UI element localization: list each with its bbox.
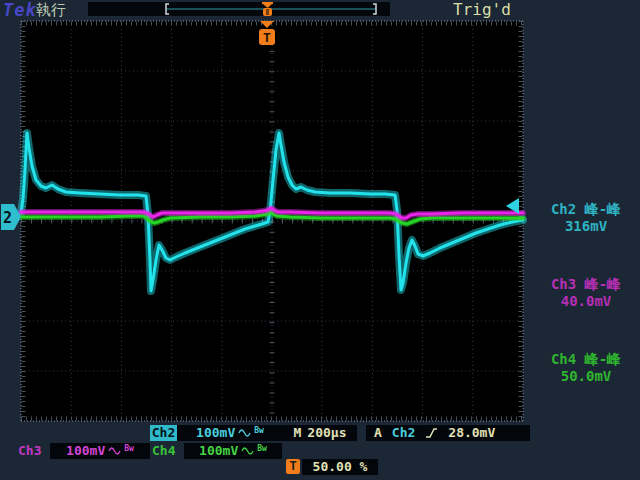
ch4-scale-badge[interactable]: Ch4 xyxy=(152,443,175,459)
measurement-value: 40.0mV xyxy=(531,293,640,310)
measurement-label: Ch4 峰-峰 xyxy=(531,351,640,368)
waveform-traces xyxy=(21,133,523,291)
measurement-ch3-pkpk: Ch3 峰-峰 40.0mV xyxy=(531,276,640,310)
graticule-background xyxy=(21,21,523,421)
ch2-scale-badge[interactable]: Ch2 xyxy=(150,425,177,441)
ch3-scale-value: 100mV xyxy=(66,443,105,459)
trigger-mode: A xyxy=(374,425,382,441)
ch4-scale-readout[interactable]: 100mV Bw xyxy=(184,443,282,459)
timebase-label: M xyxy=(294,425,302,441)
measurement-value: 316mV xyxy=(531,218,640,235)
channel2-reference-marker[interactable]: 2 xyxy=(1,204,21,230)
acquisition-bar-background xyxy=(88,2,390,16)
bandwidth-limit-icon: Bw xyxy=(254,423,264,441)
trigger-level-arrow-icon[interactable] xyxy=(506,198,519,214)
ac-coupling-icon xyxy=(238,428,251,438)
timebase-value: 200μs xyxy=(307,425,346,441)
trigger-marker-letter: T xyxy=(263,30,271,45)
measurement-ch4-pkpk: Ch4 峰-峰 50.0mV xyxy=(531,351,640,385)
bandwidth-limit-icon: Bw xyxy=(124,441,134,459)
measurement-label: Ch2 峰-峰 xyxy=(531,201,640,218)
oscilloscope-screen: T 2 Tek 執行 Trig'd Ch2 峰-峰 316mV Ch3 峰-峰 … xyxy=(0,0,640,480)
trigger-position-readout[interactable]: 50.00 % xyxy=(302,459,378,475)
trigger-status: Trig'd xyxy=(453,0,511,19)
acquisition-trigger-marker-icon[interactable] xyxy=(262,2,273,16)
ac-coupling-icon xyxy=(241,446,254,456)
ch3-scale-badge[interactable]: Ch3 xyxy=(18,443,41,459)
graticule-display: T 2 xyxy=(0,0,640,480)
window-left-bracket-icon xyxy=(166,4,169,14)
trigger-position-value: 50.00 % xyxy=(313,459,368,475)
trigger-level-value: 28.0mV xyxy=(448,425,495,441)
ac-coupling-icon xyxy=(108,446,121,456)
measurement-value: 50.0mV xyxy=(531,368,640,385)
trigger-position-marker-icon[interactable]: T xyxy=(259,21,275,45)
window-right-bracket-icon xyxy=(373,4,376,14)
measurement-label: Ch3 峰-峰 xyxy=(531,276,640,293)
timebase-readout[interactable]: M 200μs xyxy=(283,425,357,441)
trigger-readout[interactable]: A Ch2 28.0mV xyxy=(366,425,530,441)
ch2-scale-value: 100mV xyxy=(196,425,235,441)
acquisition-status: 執行 xyxy=(36,1,66,20)
bandwidth-limit-icon: Bw xyxy=(257,441,267,459)
ch3-scale-readout[interactable]: 100mV Bw xyxy=(50,443,150,459)
ch2-scale-readout[interactable]: 100mV Bw xyxy=(177,425,283,441)
trigger-position-icon[interactable]: T xyxy=(286,459,300,474)
measurement-ch2-pkpk: Ch2 峰-峰 316mV xyxy=(531,201,640,235)
channel2-reference-number: 2 xyxy=(3,209,12,227)
acquisition-bar xyxy=(88,2,390,16)
rising-edge-icon xyxy=(425,427,438,439)
graticule-grid xyxy=(21,21,523,421)
brand-logo: Tek xyxy=(3,0,37,20)
trigger-source: Ch2 xyxy=(392,425,415,441)
ch4-scale-value: 100mV xyxy=(199,443,238,459)
